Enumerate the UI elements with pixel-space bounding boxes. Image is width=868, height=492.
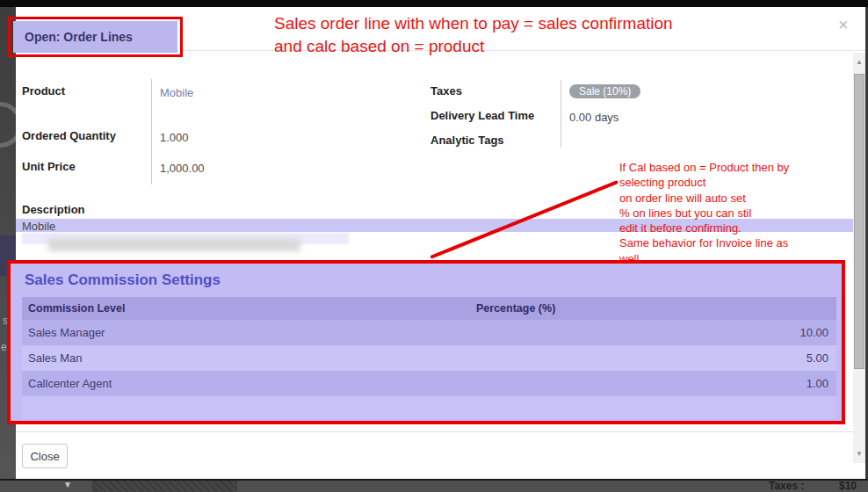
unit-price-value: 1,000.00 xyxy=(160,162,205,175)
close-button[interactable]: Close xyxy=(22,444,68,468)
background-hatched-field xyxy=(92,481,237,492)
column-header-percentage: Percentage (%) xyxy=(470,302,836,315)
commission-annotation-redbox: Sales Commission Settings Commission Lev… xyxy=(7,260,845,424)
product-label: Product xyxy=(22,84,65,98)
scroll-down-icon[interactable]: ▼ xyxy=(853,448,865,460)
annotation-top-note: Sales order line with when to pay = sale… xyxy=(274,12,801,58)
ordered-quantity-value: 1.000 xyxy=(160,131,189,144)
commission-level-cell: Sales Man xyxy=(22,351,470,365)
close-icon[interactable]: × xyxy=(838,16,849,33)
left-fields-separator xyxy=(151,79,152,184)
commission-level-cell: Callcenter Agent xyxy=(22,377,470,390)
delivery-lead-time-value: 0.00 days xyxy=(569,111,618,124)
scroll-up-icon[interactable]: ▲ xyxy=(853,56,865,69)
percentage-cell: 10.00 xyxy=(470,326,836,339)
percentage-cell: 5.00 xyxy=(470,351,836,365)
background-taxes-label: Taxes : xyxy=(769,480,804,492)
top-black-bar xyxy=(0,0,868,7)
right-fields-separator xyxy=(561,80,561,148)
commission-level-cell: Sales Manager xyxy=(22,326,470,339)
unit-price-label: Unit Price xyxy=(22,160,76,173)
percentage-cell: 1.00 xyxy=(470,377,836,390)
taxes-label: Taxes xyxy=(430,84,462,98)
commission-table-header: Commission Level Percentage (%) xyxy=(22,297,836,320)
table-empty-row xyxy=(22,396,836,419)
table-row[interactable]: Sales Manager 10.00 xyxy=(22,320,836,345)
product-value-link[interactable]: Mobile xyxy=(160,86,193,99)
order-lines-modal: Open: Order Lines × Sales order line wit… xyxy=(16,7,865,479)
description-label: Description xyxy=(22,203,85,216)
column-header-commission-level: Commission Level xyxy=(22,302,470,315)
commission-table: Commission Level Percentage (%) Sales Ma… xyxy=(22,297,836,419)
table-row[interactable]: Callcenter Agent 1.00 xyxy=(22,371,836,396)
background-logo-circle xyxy=(0,102,16,148)
redacted-text-block xyxy=(48,238,300,251)
description-value: Mobile xyxy=(22,220,55,233)
table-row[interactable]: Sales Man 5.00 xyxy=(22,345,836,371)
background-dropdown-caret-icon: ▼ xyxy=(63,480,72,489)
modal-title: Open: Order Lines xyxy=(13,21,177,53)
delivery-lead-time-label: Delivery Lead Time xyxy=(430,109,534,122)
title-annotation-redbox: Open: Order Lines xyxy=(8,17,183,57)
ordered-quantity-label: Ordered Quantity xyxy=(22,129,116,142)
background-taxes-value: $10 xyxy=(839,480,857,492)
commission-section-heading: Sales Commission Settings xyxy=(25,271,221,289)
annotation-side-note: If Cal based on = Product then by select… xyxy=(619,160,858,266)
tax-badge: Sale (10%) xyxy=(569,84,640,98)
modal-footer-divider xyxy=(16,431,865,432)
analytic-tags-label: Analytic Tags xyxy=(430,134,504,147)
